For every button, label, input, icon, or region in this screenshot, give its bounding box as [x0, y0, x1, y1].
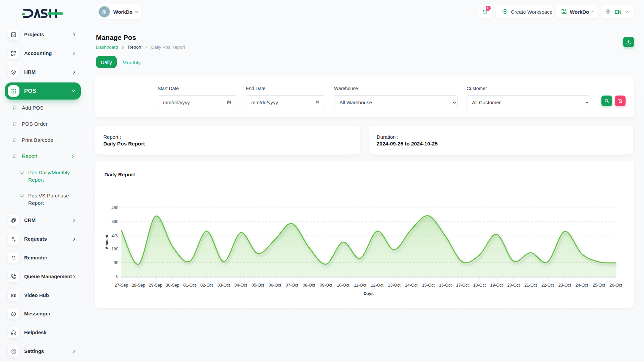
- svg-text:04-Oct: 04-Oct: [234, 283, 247, 288]
- svg-text:14-Oct: 14-Oct: [405, 283, 418, 288]
- svg-text:05-Oct: 05-Oct: [252, 283, 264, 288]
- svg-text:21-Oct: 21-Oct: [524, 283, 537, 288]
- svg-text:90: 90: [114, 260, 118, 265]
- svg-text:11-Oct: 11-Oct: [354, 283, 366, 288]
- svg-text:03-Oct: 03-Oct: [217, 283, 230, 288]
- svg-text:22-Oct: 22-Oct: [541, 283, 554, 288]
- svg-text:360: 360: [111, 219, 118, 224]
- svg-text:Amount: Amount: [105, 235, 109, 249]
- svg-text:450: 450: [111, 205, 118, 210]
- svg-text:23-Oct: 23-Oct: [558, 283, 571, 288]
- svg-text:19-Oct: 19-Oct: [490, 283, 503, 288]
- svg-text:15-Oct: 15-Oct: [422, 283, 435, 288]
- svg-text:180: 180: [111, 247, 118, 251]
- svg-text:24-Oct: 24-Oct: [576, 283, 588, 288]
- svg-text:17-Oct: 17-Oct: [456, 283, 469, 288]
- svg-text:29-Sep: 29-Sep: [149, 283, 162, 288]
- svg-text:13-Oct: 13-Oct: [388, 283, 400, 288]
- svg-text:02-Oct: 02-Oct: [200, 283, 213, 288]
- svg-text:30-Sep: 30-Sep: [166, 283, 179, 288]
- svg-text:18-Oct: 18-Oct: [473, 283, 486, 288]
- svg-text:08-Oct: 08-Oct: [303, 283, 315, 288]
- svg-text:0: 0: [116, 274, 118, 279]
- svg-text:01-Oct: 01-Oct: [183, 283, 196, 288]
- svg-text:20-Oct: 20-Oct: [507, 283, 520, 288]
- svg-text:07-Oct: 07-Oct: [286, 283, 299, 288]
- svg-text:27-Sep: 27-Sep: [115, 283, 128, 288]
- svg-text:16-Oct: 16-Oct: [439, 283, 452, 288]
- svg-text:25-Oct: 25-Oct: [592, 283, 605, 288]
- svg-text:06-Oct: 06-Oct: [269, 283, 281, 288]
- svg-text:10-Oct: 10-Oct: [337, 283, 350, 288]
- svg-text:12-Oct: 12-Oct: [371, 283, 384, 288]
- svg-text:28-Sep: 28-Sep: [132, 283, 145, 288]
- svg-text:09-Oct: 09-Oct: [320, 283, 332, 288]
- svg-text:270: 270: [111, 233, 118, 238]
- svg-text:Days: Days: [364, 291, 374, 296]
- svg-text:26-Oct: 26-Oct: [609, 283, 622, 288]
